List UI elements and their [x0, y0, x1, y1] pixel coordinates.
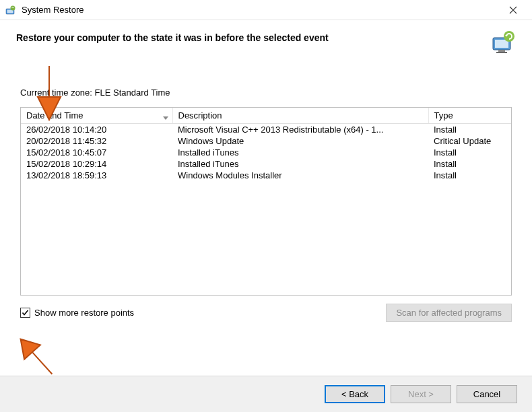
- restore-points-table-container: Date and Time Description Type 26/02/201…: [20, 107, 512, 296]
- cell-description: Windows Modules Installer: [172, 170, 428, 181]
- back-button[interactable]: < Back: [325, 385, 385, 403]
- titlebar: System Restore: [0, 0, 532, 20]
- table-row[interactable]: 15/02/2018 10:29:14Installed iTunesInsta…: [21, 158, 511, 170]
- cell-description: Installed iTunes: [172, 158, 428, 170]
- header-area: Restore your computer to the state it wa…: [0, 20, 532, 51]
- cell-date: 15/02/2018 10:45:07: [21, 147, 172, 158]
- cell-date: 15/02/2018 10:29:14: [21, 158, 172, 170]
- next-button: Next >: [391, 385, 451, 403]
- cell-date: 13/02/2018 18:59:13: [21, 170, 172, 181]
- cell-type: Install: [428, 147, 511, 158]
- window-title: System Restore: [22, 5, 84, 15]
- column-header-date-label: Date and Time: [26, 110, 84, 121]
- table-row[interactable]: 13/02/2018 18:59:13Windows Modules Insta…: [21, 170, 511, 181]
- wizard-footer: < Back Next > Cancel: [0, 376, 532, 412]
- checkbox-box: [20, 308, 30, 318]
- svg-rect-6: [496, 52, 507, 53]
- column-header-date[interactable]: Date and Time: [21, 108, 172, 124]
- cell-date: 20/02/2018 11:45:32: [21, 135, 172, 147]
- column-header-description-label: Description: [178, 110, 222, 121]
- content-area: Current time zone: FLE Standard Time Dat…: [0, 51, 532, 296]
- table-row[interactable]: 15/02/2018 10:45:07Installed iTunesInsta…: [21, 147, 511, 158]
- cell-type: Install: [428, 158, 511, 170]
- restore-points-table: Date and Time Description Type 26/02/201…: [21, 108, 511, 181]
- cell-type: Install: [428, 170, 511, 181]
- column-header-type-label: Type: [434, 110, 453, 121]
- system-restore-icon: [5, 5, 16, 15]
- cell-date: 26/02/2018 10:14:20: [21, 124, 172, 136]
- column-header-description[interactable]: Description: [172, 108, 428, 124]
- svg-rect-5: [498, 50, 505, 52]
- scan-affected-button: Scan for affected programs: [386, 304, 512, 322]
- cell-description: Microsoft Visual C++ 2013 Redistributabl…: [172, 124, 428, 136]
- table-row[interactable]: 20/02/2018 11:45:32Windows UpdateCritica…: [21, 135, 511, 147]
- show-more-checkbox[interactable]: Show more restore points: [20, 308, 134, 318]
- cell-type: Critical Update: [428, 135, 511, 147]
- close-button[interactable]: [500, 0, 527, 20]
- page-heading: Restore your computer to the state it wa…: [16, 32, 516, 43]
- cell-description: Windows Update: [172, 135, 428, 147]
- timezone-label: Current time zone: FLE Standard Time: [20, 88, 512, 98]
- restore-large-icon: [492, 30, 516, 54]
- cancel-button[interactable]: Cancel: [457, 385, 517, 403]
- svg-point-7: [504, 31, 514, 42]
- table-row[interactable]: 26/02/2018 10:14:20Microsoft Visual C++ …: [21, 124, 511, 136]
- column-header-type[interactable]: Type: [428, 108, 511, 124]
- svg-point-2: [11, 5, 15, 10]
- show-more-label: Show more restore points: [34, 308, 134, 318]
- cell-type: Install: [428, 124, 511, 136]
- cell-description: Installed iTunes: [172, 147, 428, 158]
- sort-indicator-icon: [163, 112, 168, 123]
- options-row: Show more restore points Scan for affect…: [0, 296, 532, 322]
